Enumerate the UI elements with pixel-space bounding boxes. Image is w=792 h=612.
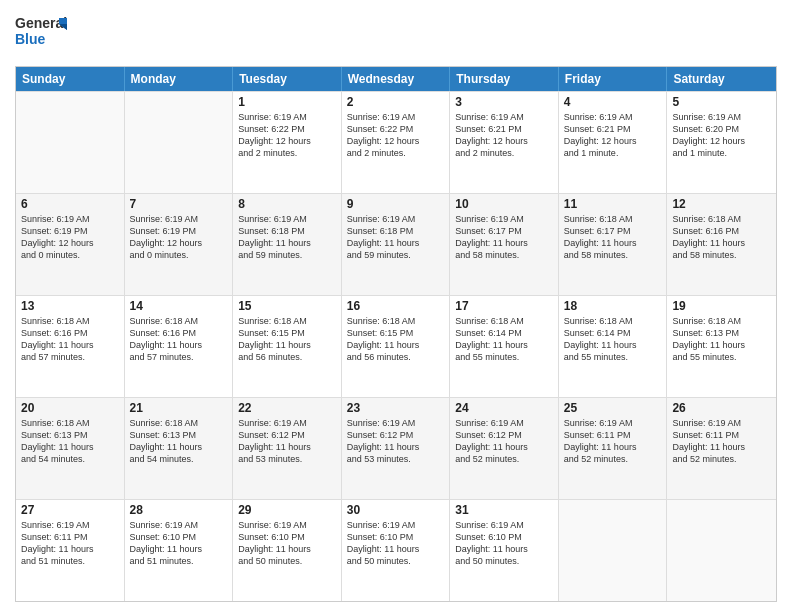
cell-info-line: Sunrise: 6:19 AM (347, 111, 445, 123)
day-number: 20 (21, 401, 119, 415)
cell-info-line: Sunrise: 6:19 AM (455, 111, 553, 123)
cell-info-line: Sunrise: 6:19 AM (21, 213, 119, 225)
cell-info-line: Sunset: 6:10 PM (347, 531, 445, 543)
calendar-cell: 26Sunrise: 6:19 AMSunset: 6:11 PMDayligh… (667, 398, 776, 499)
logo-icon: General Blue (15, 10, 67, 54)
cell-info-line: and 55 minutes. (564, 351, 662, 363)
cell-info-line: Sunset: 6:16 PM (21, 327, 119, 339)
day-number: 31 (455, 503, 553, 517)
day-number: 6 (21, 197, 119, 211)
cell-info-line: Daylight: 11 hours (672, 237, 771, 249)
cell-info-line: and 58 minutes. (672, 249, 771, 261)
cell-info-line: and 58 minutes. (455, 249, 553, 261)
calendar-cell: 23Sunrise: 6:19 AMSunset: 6:12 PMDayligh… (342, 398, 451, 499)
cell-info-line: Sunrise: 6:19 AM (672, 111, 771, 123)
cell-info-line: Daylight: 11 hours (455, 441, 553, 453)
calendar-cell: 25Sunrise: 6:19 AMSunset: 6:11 PMDayligh… (559, 398, 668, 499)
svg-text:Blue: Blue (15, 31, 46, 47)
day-number: 10 (455, 197, 553, 211)
cell-info-line: Daylight: 12 hours (347, 135, 445, 147)
day-number: 16 (347, 299, 445, 313)
cell-info-line: Sunset: 6:12 PM (455, 429, 553, 441)
calendar-body: 1Sunrise: 6:19 AMSunset: 6:22 PMDaylight… (16, 91, 776, 601)
day-number: 19 (672, 299, 771, 313)
cell-info-line: Daylight: 11 hours (672, 339, 771, 351)
cell-info-line: and 2 minutes. (238, 147, 336, 159)
day-number: 30 (347, 503, 445, 517)
calendar-week: 6Sunrise: 6:19 AMSunset: 6:19 PMDaylight… (16, 193, 776, 295)
cell-info-line: Daylight: 11 hours (455, 543, 553, 555)
cell-info-line: Daylight: 11 hours (21, 543, 119, 555)
cell-info-line: and 53 minutes. (238, 453, 336, 465)
cell-info-line: Daylight: 11 hours (672, 441, 771, 453)
day-number: 27 (21, 503, 119, 517)
cell-info-line: Sunrise: 6:18 AM (21, 417, 119, 429)
day-number: 15 (238, 299, 336, 313)
cell-info-line: Sunset: 6:11 PM (564, 429, 662, 441)
cell-info-line: Sunrise: 6:18 AM (130, 417, 228, 429)
day-number: 22 (238, 401, 336, 415)
weekday-header: Thursday (450, 67, 559, 91)
cell-info-line: and 54 minutes. (21, 453, 119, 465)
cell-info-line: Daylight: 11 hours (455, 339, 553, 351)
cell-info-line: Daylight: 11 hours (564, 339, 662, 351)
cell-info-line: Daylight: 11 hours (347, 543, 445, 555)
calendar: SundayMondayTuesdayWednesdayThursdayFrid… (15, 66, 777, 602)
cell-info-line: Sunrise: 6:18 AM (238, 315, 336, 327)
day-number: 18 (564, 299, 662, 313)
cell-info-line: Sunset: 6:19 PM (21, 225, 119, 237)
cell-info-line: and 0 minutes. (130, 249, 228, 261)
cell-info-line: Daylight: 12 hours (672, 135, 771, 147)
cell-info-line: and 59 minutes. (238, 249, 336, 261)
cell-info-line: and 53 minutes. (347, 453, 445, 465)
day-number: 12 (672, 197, 771, 211)
cell-info-line: Sunrise: 6:18 AM (672, 315, 771, 327)
cell-info-line: Sunset: 6:21 PM (455, 123, 553, 135)
cell-info-line: Daylight: 11 hours (130, 441, 228, 453)
weekday-header: Tuesday (233, 67, 342, 91)
cell-info-line: Sunset: 6:15 PM (238, 327, 336, 339)
cell-info-line: Sunset: 6:10 PM (455, 531, 553, 543)
cell-info-line: and 59 minutes. (347, 249, 445, 261)
day-number: 21 (130, 401, 228, 415)
cell-info-line: Sunset: 6:11 PM (21, 531, 119, 543)
cell-info-line: Sunrise: 6:19 AM (672, 417, 771, 429)
cell-info-line: Sunset: 6:11 PM (672, 429, 771, 441)
cell-info-line: Daylight: 11 hours (130, 543, 228, 555)
day-number: 14 (130, 299, 228, 313)
cell-info-line: Sunrise: 6:18 AM (564, 213, 662, 225)
weekday-header: Saturday (667, 67, 776, 91)
weekday-header: Friday (559, 67, 668, 91)
cell-info-line: Daylight: 11 hours (455, 237, 553, 249)
calendar-cell (125, 92, 234, 193)
day-number: 1 (238, 95, 336, 109)
cell-info-line: Sunset: 6:22 PM (238, 123, 336, 135)
day-number: 2 (347, 95, 445, 109)
calendar-cell: 9Sunrise: 6:19 AMSunset: 6:18 PMDaylight… (342, 194, 451, 295)
cell-info-line: Sunrise: 6:19 AM (347, 519, 445, 531)
cell-info-line: Sunrise: 6:19 AM (238, 519, 336, 531)
cell-info-line: Sunset: 6:17 PM (455, 225, 553, 237)
cell-info-line: Sunrise: 6:18 AM (455, 315, 553, 327)
calendar-cell: 6Sunrise: 6:19 AMSunset: 6:19 PMDaylight… (16, 194, 125, 295)
calendar-cell: 28Sunrise: 6:19 AMSunset: 6:10 PMDayligh… (125, 500, 234, 601)
cell-info-line: and 54 minutes. (130, 453, 228, 465)
day-number: 5 (672, 95, 771, 109)
cell-info-line: and 50 minutes. (455, 555, 553, 567)
calendar-cell: 2Sunrise: 6:19 AMSunset: 6:22 PMDaylight… (342, 92, 451, 193)
cell-info-line: Sunset: 6:15 PM (347, 327, 445, 339)
day-number: 28 (130, 503, 228, 517)
day-number: 26 (672, 401, 771, 415)
page: General Blue SundayMondayTuesdayWednesda… (0, 0, 792, 612)
day-number: 3 (455, 95, 553, 109)
cell-info-line: and 51 minutes. (130, 555, 228, 567)
calendar-cell: 11Sunrise: 6:18 AMSunset: 6:17 PMDayligh… (559, 194, 668, 295)
cell-info-line: Sunset: 6:10 PM (238, 531, 336, 543)
cell-info-line: Sunset: 6:18 PM (238, 225, 336, 237)
cell-info-line: Sunset: 6:20 PM (672, 123, 771, 135)
calendar-cell: 24Sunrise: 6:19 AMSunset: 6:12 PMDayligh… (450, 398, 559, 499)
calendar-week: 13Sunrise: 6:18 AMSunset: 6:16 PMDayligh… (16, 295, 776, 397)
cell-info-line: Daylight: 11 hours (238, 339, 336, 351)
cell-info-line: Daylight: 12 hours (455, 135, 553, 147)
day-number: 13 (21, 299, 119, 313)
